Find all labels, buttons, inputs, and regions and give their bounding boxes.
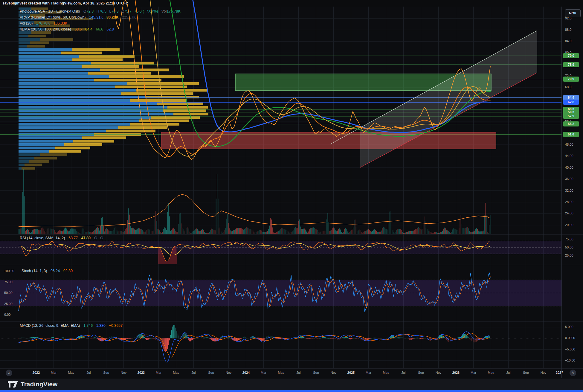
macd-signal-value: −0.3657 bbox=[109, 324, 123, 328]
exchange: Euronext Oslo bbox=[56, 9, 80, 13]
price-axis-label: 24.00 bbox=[565, 211, 573, 215]
price-axis-label: 20.00 bbox=[565, 223, 573, 227]
time-axis-month-label: Sep bbox=[523, 371, 529, 374]
vol-current: 176.78K bbox=[36, 21, 50, 25]
time-axis-month-label: Sep bbox=[103, 371, 109, 374]
price-axis-label: 48.00 bbox=[565, 143, 573, 146]
time-axis-month-label: Nov bbox=[436, 371, 442, 374]
vrvp-up-value: 145.31K bbox=[89, 15, 103, 19]
legend-rsi-row[interactable]: RSI (14, close, SMA, 14, 2) 68.77 47.80 … bbox=[20, 236, 103, 240]
time-axis-year-label: 2025 bbox=[347, 371, 355, 374]
time-axis-month-label: Nov bbox=[226, 371, 232, 374]
chart-canvas[interactable] bbox=[0, 0, 583, 392]
vrvp-total-value: 225.57K bbox=[122, 15, 136, 19]
volume-value: 176.78K bbox=[167, 9, 181, 13]
tradingview-logo[interactable]: TradingView bbox=[8, 381, 57, 388]
price-level-badge: 57.9 bbox=[563, 114, 579, 119]
tradingview-chart-window: savepiginvest created with TradingView.c… bbox=[0, 0, 583, 392]
time-axis-month-label: Jul bbox=[191, 371, 196, 374]
time-axis-month-label: Mar bbox=[471, 371, 476, 374]
macd-hist-value: 1.746 bbox=[83, 324, 93, 328]
ema20-value: 63.5 bbox=[74, 27, 82, 31]
time-axis-month-label: Sep bbox=[313, 371, 319, 374]
stoch-axis-label: 0.00 bbox=[4, 313, 10, 316]
legend-block: Photocure ASA · 1D · Euronext Oslo O72.8… bbox=[20, 8, 181, 32]
time-axis-month-label: May bbox=[173, 371, 179, 374]
price-axis-label: 40.00 bbox=[565, 166, 573, 169]
time-axis-month-label: Mar bbox=[156, 371, 161, 374]
stoch-title: Stoch (14, 1, 3) bbox=[22, 269, 47, 273]
ema50-value: 64.4 bbox=[85, 27, 92, 31]
time-axis-month-label: Jul bbox=[86, 371, 91, 374]
ema-title: 4EMA (20, 50, 100, 200, close) bbox=[20, 27, 71, 31]
price-axis-label: 28.00 bbox=[565, 200, 573, 204]
time-axis-month-label: May bbox=[488, 371, 494, 374]
symbol-name: Photocure ASA bbox=[20, 9, 45, 13]
price-level-badge: 75.9 bbox=[563, 62, 579, 67]
time-axis-year-label: 2023 bbox=[138, 371, 145, 374]
open-value: 72.8 bbox=[86, 9, 94, 13]
time-axis-month-label: Mar bbox=[51, 371, 57, 374]
stoch-axis-label: 25.00 bbox=[4, 302, 13, 306]
time-axis-month-label: May bbox=[278, 371, 284, 374]
stoch-d-value: 92.30 bbox=[63, 269, 73, 273]
legend-vrvp-row[interactable]: VRVP (Number Of Rows, 60, Up/Down) 145.3… bbox=[20, 14, 181, 20]
price-level-badge: 70.9 bbox=[563, 77, 579, 82]
high-value: 76.5 bbox=[99, 9, 106, 13]
stoch-k-value: 96.24 bbox=[51, 269, 60, 273]
time-axis-month-label: Nov bbox=[121, 371, 127, 374]
rsi-sma-value: 47.80 bbox=[81, 236, 91, 240]
price-level-badge: 51.6 bbox=[563, 132, 579, 137]
time-axis-year-label: 2027 bbox=[556, 371, 563, 374]
vol-title: Vol (20) bbox=[20, 21, 33, 25]
macd-axis-label: 0.0000 bbox=[565, 336, 575, 340]
price-axis-label: 36.00 bbox=[565, 177, 573, 181]
time-axis-month-label: Mar bbox=[366, 371, 371, 374]
close-value: 75.7 bbox=[124, 9, 131, 13]
macd-axis-label: −10.00 bbox=[565, 359, 575, 362]
macd-line-value: 1.380 bbox=[96, 324, 106, 328]
timeframe: 1D bbox=[48, 9, 53, 13]
legend-symbol-row[interactable]: Photocure ASA · 1D · Euronext Oslo O72.8… bbox=[20, 8, 181, 14]
time-axis-month-label: Nov bbox=[331, 371, 337, 374]
price-axis-label: 68.0 bbox=[565, 85, 571, 89]
macd-axis-label: −5.000 bbox=[565, 347, 575, 351]
time-axis-year-label: 2022 bbox=[33, 371, 40, 374]
change-value: +5.0 (+7.07%) bbox=[134, 9, 158, 13]
vol-ma: 106.33K bbox=[54, 21, 68, 25]
time-axis-month-label: Mar bbox=[261, 371, 266, 374]
timezone-button[interactable]: z bbox=[6, 370, 12, 376]
time-axis-month-label: May bbox=[68, 371, 74, 374]
rsi-title: RSI (14, close, SMA, 14, 2) bbox=[20, 236, 65, 240]
price-axis-label: 44.00 bbox=[565, 154, 573, 158]
footer-bar: TradingView bbox=[0, 379, 583, 390]
time-axis-year-label: 2024 bbox=[242, 371, 250, 374]
price-axis-divider[interactable] bbox=[561, 7, 562, 378]
legend-vol-row[interactable]: Vol (20) 176.78K 106.33K bbox=[20, 20, 181, 26]
legend-stoch-row[interactable]: Stoch (14, 1, 3) 96.24 92.30 bbox=[22, 269, 73, 273]
time-axis-month-label: Sep bbox=[208, 371, 214, 374]
price-axis-label: 92.0 bbox=[565, 16, 571, 20]
tradingview-logo-icon bbox=[8, 381, 18, 388]
price-level-badge: 62.8 bbox=[563, 100, 579, 105]
low-value: 70.3 bbox=[111, 9, 118, 13]
tradingview-logo-text: TradingView bbox=[21, 381, 57, 388]
ema200-value: 62.8 bbox=[107, 27, 114, 31]
macd-axis-label: 5.000 bbox=[565, 325, 573, 329]
stoch-axis-label: 50.00 bbox=[4, 291, 13, 295]
legend-macd-row[interactable]: MACD (12, 26, close, 9, EMA, EMA) 1.746 … bbox=[20, 324, 123, 328]
time-axis-month-label: May bbox=[383, 371, 389, 374]
rsi-axis-label: 25.00 bbox=[565, 254, 573, 257]
price-level-badge: 79.0 bbox=[563, 53, 579, 58]
vrvp-down-value: 80.26K bbox=[106, 15, 118, 19]
time-axis-month-label: Sep bbox=[418, 371, 424, 374]
legend-ema-row[interactable]: 4EMA (20, 50, 100, 200, close) 63.5 64.4… bbox=[20, 26, 181, 32]
price-axis-label: 84.0 bbox=[565, 39, 571, 43]
auto-scale-button[interactable]: A bbox=[570, 370, 576, 376]
price-axis-label: 32.00 bbox=[565, 189, 573, 192]
rsi-axis-label: 50.00 bbox=[565, 245, 573, 249]
time-axis-year-label: 2026 bbox=[452, 371, 460, 374]
stoch-axis-label: 75.00 bbox=[4, 280, 13, 284]
stoch-axis-label: 100.00 bbox=[4, 269, 14, 273]
rsi-axis-label: 75.00 bbox=[565, 237, 573, 241]
